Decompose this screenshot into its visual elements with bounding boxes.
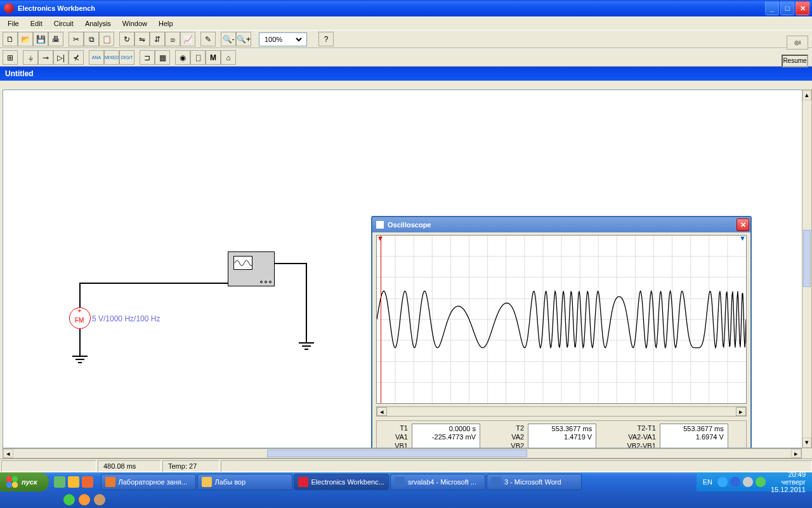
- status-bar: 480.08 ms Temp: 27: [0, 458, 812, 472]
- new-button[interactable]: 🗋: [3, 32, 18, 46]
- menu-edit[interactable]: Edit: [25, 18, 48, 29]
- tray2-icon[interactable]: [79, 494, 90, 505]
- app-titlebar: Electronics Workbench _ □ ✕: [0, 0, 812, 17]
- tray-icon[interactable]: [756, 477, 766, 487]
- scroll-thumb[interactable]: [803, 230, 811, 287]
- task-button[interactable]: Лабораторное заня...: [101, 474, 196, 490]
- fm-source-component[interactable]: [69, 307, 91, 329]
- oscilloscope-display[interactable]: ▼ ▼: [376, 235, 747, 404]
- ground-component[interactable]: [70, 356, 89, 364]
- scroll-left-button[interactable]: ◂: [377, 407, 387, 416]
- readout-delta: 553.3677 ms1.6974 V: [660, 424, 728, 448]
- fliph-button[interactable]: ⇋: [134, 32, 150, 46]
- hscroll-left-button[interactable]: ◂: [3, 449, 13, 458]
- document-titlebar: Untitled: [0, 67, 812, 81]
- oscilloscope-component[interactable]: [228, 251, 275, 286]
- oscilloscope-icon: [376, 221, 384, 229]
- comp-digital-button[interactable]: DIGIT: [119, 50, 134, 65]
- menu-window[interactable]: Window: [117, 18, 152, 29]
- readout-t1: 0.0000 s-225.4773 mV: [412, 424, 480, 448]
- comp-misc-button[interactable]: M: [206, 50, 221, 65]
- fm-source-label: 5 V/1000 Hz/100 Hz: [92, 314, 160, 323]
- help-button[interactable]: ?: [318, 32, 334, 46]
- comp-indicator-button[interactable]: ◉: [175, 50, 190, 65]
- zoomin-button[interactable]: 🔍+: [236, 32, 251, 46]
- windows-logo-icon: [6, 476, 18, 488]
- maximize-button[interactable]: □: [780, 1, 794, 15]
- comp-transistor-button[interactable]: ⊀: [69, 50, 84, 65]
- comp-analog-button[interactable]: ANA: [89, 50, 104, 65]
- oscilloscope-window: Oscilloscope ✕ ▼ ▼ ◂ ▸ T1VA1VB1 0.0000: [371, 216, 752, 448]
- flipv-button[interactable]: ⇵: [150, 32, 165, 46]
- cursor-t1[interactable]: [381, 236, 381, 403]
- menu-help[interactable]: Help: [154, 18, 178, 29]
- hscroll-thumb[interactable]: [267, 450, 527, 457]
- io-toggle-button[interactable]: ◎I: [787, 36, 808, 50]
- start-button[interactable]: пуск: [0, 472, 49, 491]
- task-button[interactable]: Лабы вор: [197, 474, 292, 490]
- paste-button[interactable]: 📋: [99, 32, 114, 46]
- zoomout-button[interactable]: 🔍-: [221, 32, 236, 46]
- scroll-up-button[interactable]: ▴: [802, 90, 811, 100]
- zoom-select[interactable]: 100%: [259, 32, 307, 46]
- system-tray: EN 20:49 четверг 15.12.2011: [697, 472, 812, 491]
- ql-icon[interactable]: [68, 476, 79, 488]
- subcircuit-button[interactable]: ⎄: [165, 32, 180, 46]
- rotate-button[interactable]: ↻: [119, 32, 134, 46]
- minimize-button[interactable]: _: [765, 1, 779, 15]
- clock[interactable]: 20:49 четверг 15.12.2011: [771, 471, 806, 493]
- comp-gate-button[interactable]: ⊐: [140, 50, 155, 65]
- ground-component[interactable]: [297, 342, 316, 351]
- tray-icon[interactable]: [730, 477, 740, 487]
- print-button[interactable]: 🖶: [48, 32, 63, 46]
- graph-button[interactable]: 📈: [180, 32, 195, 46]
- oscilloscope-titlebar[interactable]: Oscilloscope ✕: [372, 217, 750, 232]
- comp-control-button[interactable]: ⎕: [190, 50, 206, 65]
- scroll-right-button[interactable]: ▸: [736, 407, 746, 416]
- comp-grid-button[interactable]: ⊞: [3, 50, 18, 65]
- resume-button[interactable]: Resume: [782, 55, 808, 67]
- tray-icon[interactable]: [717, 477, 728, 487]
- task-button[interactable]: 3 - Microsoft Word: [487, 474, 582, 490]
- tray-icon[interactable]: [743, 477, 753, 487]
- horizontal-scrollbar[interactable]: ◂ ▸: [3, 448, 802, 458]
- oscilloscope-scrollbar[interactable]: ◂ ▸: [376, 406, 747, 417]
- close-button[interactable]: ✕: [796, 1, 809, 15]
- ql-icon[interactable]: [54, 476, 65, 488]
- vertical-scrollbar[interactable]: ▴ ▾: [802, 90, 812, 448]
- comp-sources-button[interactable]: ⏚: [23, 50, 38, 65]
- menu-bar: File Edit Circuit Analysis Window Help: [0, 17, 812, 30]
- toolbar-main: 🗋 📂 💾 🖶 ✂ ⧉ 📋 ↻ ⇋ ⇵ ⎄ 📈 ✎ 🔍- 🔍+ 100% ?: [0, 30, 812, 48]
- comp-diode-button[interactable]: ▷|: [53, 50, 69, 65]
- comp-ic-button[interactable]: ▦: [155, 50, 170, 65]
- open-button[interactable]: 📂: [18, 32, 33, 46]
- schematic-canvas[interactable]: 5 V/1000 Hz/100 Hz Oscilloscope ✕ ▼ ▼ ◂: [3, 90, 804, 448]
- menu-file[interactable]: File: [3, 18, 24, 29]
- oscilloscope-readouts: T1VA1VB1 0.0000 s-225.4773 mV T2VA2VB2 5…: [376, 420, 747, 448]
- task-button[interactable]: Electronics Workbenc...: [294, 474, 389, 490]
- copy-button[interactable]: ⧉: [84, 32, 99, 46]
- tray2-icon[interactable]: [63, 494, 75, 505]
- save-button[interactable]: 💾: [33, 32, 48, 46]
- hscroll-right-button[interactable]: ▸: [791, 449, 801, 458]
- menu-circuit[interactable]: Circuit: [49, 18, 79, 29]
- task-buttons: Лабораторное заня...Лабы ворElectronics …: [98, 474, 697, 490]
- cut-button[interactable]: ✂: [69, 32, 84, 46]
- cursor-t2-handle-icon[interactable]: ▼: [739, 235, 746, 242]
- app-icon: [4, 3, 14, 13]
- language-indicator[interactable]: EN: [703, 478, 712, 486]
- comp-basic-button[interactable]: ⊸: [38, 50, 53, 65]
- menu-analysis[interactable]: Analysis: [80, 18, 116, 29]
- tray2-icon[interactable]: [94, 494, 105, 505]
- oscilloscope-close-button[interactable]: ✕: [737, 218, 749, 231]
- toolbar-components: ⊞ ⏚ ⊸ ▷| ⊀ ANA MIXED DIGIT ⊐ ▦ ◉ ⎕ M ⌂: [0, 48, 812, 67]
- task-button[interactable]: srvalab4 - Microsoft ...: [390, 474, 485, 490]
- cursor-t1-handle-icon[interactable]: ▼: [377, 235, 384, 242]
- comp-mixed-button[interactable]: MIXED: [104, 50, 119, 65]
- status-time: 480.08 ms: [98, 460, 161, 472]
- scroll-down-button[interactable]: ▾: [802, 438, 811, 448]
- comp-instruments-button[interactable]: ⌂: [221, 50, 236, 65]
- quicklaunch: [49, 476, 98, 488]
- ql-icon[interactable]: [82, 476, 93, 488]
- probe-button[interactable]: ✎: [200, 32, 216, 46]
